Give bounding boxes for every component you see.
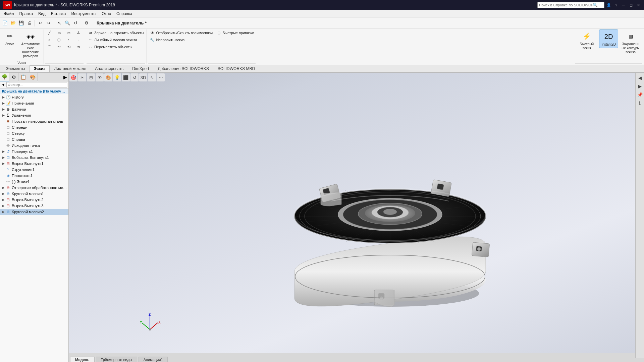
tab-dimxpert[interactable]: DimXpert: [128, 65, 153, 72]
tree-item-equations[interactable]: ▶ Σ Уравнения: [0, 112, 68, 118]
menu-file[interactable]: Файл: [1, 11, 17, 17]
quick-sketch-button[interactable]: ⚡ Быстрый эскиз: [575, 29, 598, 52]
rotate-button[interactable]: ↺: [72, 19, 79, 27]
print-button[interactable]: 🖨: [25, 19, 33, 27]
tree-item-origin[interactable]: ✤ Исходная точка: [0, 142, 68, 148]
circle-button[interactable]: ○: [45, 37, 54, 43]
tab-animation1[interactable]: Анимация1: [139, 357, 168, 362]
rtool-expand[interactable]: ▶: [636, 82, 644, 90]
tree-item-notes[interactable]: ▶ 📝 Примечания: [0, 100, 68, 106]
close-button[interactable]: ✕: [635, 2, 641, 8]
rtool-info[interactable]: ℹ: [636, 99, 644, 107]
point-button[interactable]: ·: [74, 37, 84, 43]
vp-orient-button[interactable]: 🎯: [69, 73, 77, 81]
convert-button[interactable]: ⟲: [65, 44, 74, 50]
tree-item-fillet1[interactable]: ◝ Скругление1: [0, 167, 68, 173]
vp-3d-button[interactable]: 3D: [139, 73, 147, 81]
menu-insert[interactable]: Вставка: [48, 11, 69, 17]
tree-item-sketch4[interactable]: ✏ (-) Эскиз4: [0, 179, 68, 185]
config-tab[interactable]: 📋: [19, 73, 28, 81]
tree-item-plane1[interactable]: ◈ Плоскость1: [0, 173, 68, 179]
tree-item-pattern2[interactable]: ▶ ⊛ Круговой массив2: [0, 209, 68, 215]
spline-button[interactable]: 〜: [55, 44, 64, 50]
user-icon[interactable]: 👤: [606, 2, 612, 8]
vp-select-button[interactable]: ↖: [148, 73, 156, 81]
tree-item-sensors[interactable]: ▶ ⊕ Датчики: [0, 106, 68, 112]
new-button[interactable]: 📄: [1, 19, 9, 27]
help-search-box[interactable]: 🔍: [537, 2, 604, 8]
filter-input[interactable]: [6, 82, 67, 87]
minimize-button[interactable]: ─: [621, 2, 627, 8]
text-button[interactable]: A: [74, 29, 84, 36]
help-search-input[interactable]: [539, 3, 593, 7]
3d-viewport[interactable]: X Y Z: [69, 73, 644, 353]
tree-item-pattern1[interactable]: ▶ ⊛ Круговой массив1: [0, 191, 68, 197]
polygon-button[interactable]: ⬡: [55, 37, 64, 43]
save-button[interactable]: 💾: [17, 19, 25, 27]
tree-item-cut2[interactable]: ▶ ⊟ Вырез-Вытянуть2: [0, 197, 68, 203]
vp-more-button[interactable]: ⋯: [157, 73, 165, 81]
undo-button[interactable]: ↩: [37, 19, 44, 27]
restore-button[interactable]: ◻: [628, 2, 634, 8]
tree-item-cut1[interactable]: ▶ ⊟ Вырез-Вытянуть1: [0, 161, 68, 167]
tree-item-history[interactable]: ▶ 🕐 History: [0, 94, 68, 100]
open-button[interactable]: 📂: [9, 19, 17, 27]
tree-item-cut3[interactable]: ▶ ⊟ Вырез-Вытянуть3: [0, 203, 68, 209]
fillet-button[interactable]: ◜: [65, 37, 74, 43]
menu-help[interactable]: Справка: [114, 11, 135, 17]
property-tab[interactable]: ⚙: [9, 73, 19, 81]
move-objects-button[interactable]: ↔ Переместить объекты: [87, 44, 145, 50]
tree-item-revolve1[interactable]: ▶ ↺ Повернуть1: [0, 148, 68, 155]
expand-sidebar-button[interactable]: ▶: [62, 73, 68, 81]
tab-mbd[interactable]: SOLIDWORKS MBD: [213, 65, 259, 72]
menu-edit[interactable]: Правка: [17, 11, 36, 17]
menu-window[interactable]: Окно: [99, 11, 114, 17]
ribbon-sketch-button[interactable]: ✏ Эскиз: [1, 29, 18, 48]
linear-pattern-button[interactable]: ⋯ Линейный массив эскиза: [87, 37, 145, 43]
zoom-button[interactable]: 🔍: [64, 19, 71, 27]
offset-button[interactable]: ⊃: [74, 44, 84, 50]
tree-item-material[interactable]: ■ Простая углеродистая сталь: [0, 118, 68, 124]
tree-item-boss1[interactable]: ▶ ⊡ Бобышка-Вытянуть1: [0, 155, 68, 161]
feature-tree-tab[interactable]: 🌳: [0, 73, 9, 81]
select-button[interactable]: ↖: [56, 19, 63, 27]
tree-item-hole1[interactable]: ▶ ⊚ Отверстие обработанное метчиком M...: [0, 185, 68, 191]
trim-button[interactable]: ✂: [65, 29, 74, 36]
line-button[interactable]: ╱: [45, 29, 54, 36]
tab-sheet-metal[interactable]: Листовой металл: [50, 65, 91, 72]
tab-3d-views[interactable]: Трёхмерные виды: [96, 357, 137, 362]
rect-button[interactable]: ▭: [55, 29, 64, 36]
vp-display-button[interactable]: ⊞: [87, 73, 95, 81]
vp-scene-button[interactable]: 💡: [113, 73, 121, 81]
rtool-collapse[interactable]: ◀: [636, 74, 644, 81]
tree-item-front[interactable]: □ Спереди: [0, 124, 68, 130]
tab-addins[interactable]: Добавления SOLIDWORKS: [153, 65, 213, 72]
vp-render-button[interactable]: ⬛: [122, 73, 130, 81]
tree-item-top[interactable]: □ Сверху: [0, 130, 68, 136]
tab-elements[interactable]: Элементы: [1, 65, 30, 72]
vp-edit-button[interactable]: 🎨: [104, 73, 112, 81]
repair-button[interactable]: 🔧 Исправить эскиз: [148, 37, 214, 43]
snap-button[interactable]: ⊞ Быстрые привязки: [215, 29, 256, 36]
tab-model[interactable]: Модель: [70, 357, 95, 362]
arc-button[interactable]: ⌒: [45, 44, 54, 50]
instant2d-button[interactable]: 2D Instant2D: [599, 29, 618, 48]
vp-hide-button[interactable]: 👁: [96, 73, 104, 81]
mirror-objects-button[interactable]: ⇌ Зеркально отразить объекты: [87, 29, 145, 36]
hide-show-button[interactable]: 👁 Отобразить/Скрыть взаимосвязи: [148, 29, 214, 36]
tab-analyze[interactable]: Анализировать: [91, 65, 128, 72]
shaded-contours-button[interactable]: ▨ Закрашенные контуры эскиза: [619, 29, 642, 56]
svg-point-58: [149, 328, 151, 330]
ribbon-auto-dim-button[interactable]: ◈◈ Автоматическое нанесение размеров: [19, 29, 42, 60]
redo-button[interactable]: ↪: [45, 19, 52, 27]
vp-rotate-button[interactable]: ↺: [130, 73, 139, 81]
question-icon[interactable]: ?: [613, 2, 619, 8]
menu-tools[interactable]: Инструменты: [68, 11, 99, 17]
menu-view[interactable]: Вид: [36, 11, 48, 17]
rtool-pin[interactable]: 📌: [636, 91, 644, 98]
display-tab[interactable]: 🎨: [28, 73, 38, 81]
tree-item-right[interactable]: □ Справа: [0, 136, 68, 142]
options-button[interactable]: ⚙: [83, 19, 90, 27]
vp-section-button[interactable]: ✂: [78, 73, 86, 81]
tab-sketch[interactable]: Эскиз: [30, 65, 50, 72]
